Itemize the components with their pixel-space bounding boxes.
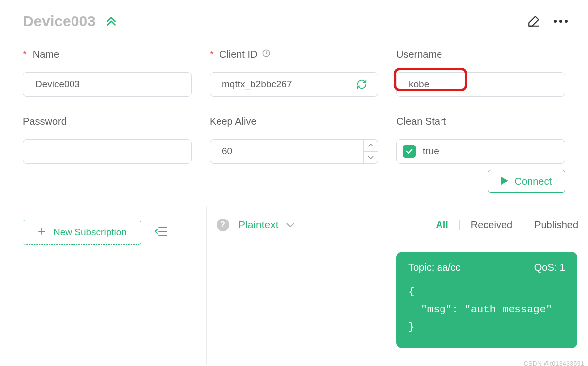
- keep-alive-label: Keep Alive: [210, 116, 378, 127]
- tab-received[interactable]: Received: [471, 220, 512, 231]
- checkbox-icon[interactable]: [403, 145, 416, 158]
- username-input[interactable]: [408, 78, 554, 90]
- clean-start-input-wrap[interactable]: true: [396, 139, 565, 164]
- field-keep-alive: Keep Alive: [210, 116, 378, 164]
- client-id-input[interactable]: [221, 78, 356, 90]
- field-clean-start: Clean Start true: [396, 116, 565, 164]
- collapse-panel-icon[interactable]: [155, 226, 168, 239]
- message-topic: Topic: aa/cc: [408, 262, 461, 273]
- username-label: Username: [396, 49, 565, 60]
- message-bubble: Topic: aa/cc QoS: 1 { "msg": "auth messa…: [396, 252, 577, 348]
- page-title: Device003: [23, 13, 96, 30]
- divider: [523, 220, 523, 230]
- chevron-double-up-icon[interactable]: [105, 15, 118, 28]
- chevron-down-icon: [286, 219, 294, 231]
- regenerate-icon[interactable]: [356, 79, 367, 90]
- tab-all[interactable]: All: [436, 220, 448, 231]
- name-label: *Name: [23, 49, 192, 60]
- clock-icon: [262, 49, 271, 60]
- stepper-up-icon[interactable]: [364, 140, 378, 151]
- clean-start-label: Clean Start: [396, 116, 565, 127]
- plus-icon: [37, 227, 46, 238]
- stepper-down-icon[interactable]: [364, 151, 378, 164]
- watermark: CSDN @t013433591: [524, 360, 584, 366]
- svg-point-2: [565, 20, 568, 23]
- play-icon: [501, 176, 508, 187]
- message-qos: QoS: 1: [534, 262, 565, 273]
- field-client-id: *Client ID: [210, 49, 378, 97]
- connect-button[interactable]: Connect: [488, 170, 566, 193]
- edit-icon[interactable]: [527, 15, 540, 28]
- username-input-wrap[interactable]: [396, 72, 565, 97]
- connect-button-label: Connect: [515, 176, 552, 187]
- field-username: Username: [396, 49, 565, 97]
- svg-marker-4: [501, 177, 508, 185]
- new-subscription-label: New Subscription: [53, 227, 127, 238]
- help-icon[interactable]: ?: [217, 219, 229, 231]
- divider: [459, 220, 460, 230]
- format-dropdown-label: Plaintext: [238, 219, 279, 231]
- keep-alive-input[interactable]: [221, 146, 358, 157]
- more-icon[interactable]: [553, 19, 568, 23]
- name-input-wrap[interactable]: [23, 72, 192, 97]
- svg-point-0: [554, 20, 557, 23]
- message-body: { "msg": "auth message" }: [408, 283, 565, 336]
- svg-point-1: [559, 20, 562, 23]
- clean-start-value: true: [423, 146, 439, 157]
- keep-alive-input-wrap[interactable]: [210, 139, 378, 164]
- password-label: Password: [23, 116, 192, 127]
- name-input[interactable]: [34, 78, 180, 90]
- client-id-label: *Client ID: [210, 49, 378, 60]
- client-id-input-wrap[interactable]: [210, 72, 378, 97]
- password-input[interactable]: [34, 146, 180, 157]
- field-name: *Name: [23, 49, 192, 97]
- tab-published[interactable]: Published: [534, 220, 578, 231]
- format-dropdown[interactable]: Plaintext: [238, 219, 294, 231]
- field-password: Password: [23, 116, 192, 164]
- new-subscription-button[interactable]: New Subscription: [23, 220, 141, 245]
- password-input-wrap[interactable]: [23, 139, 192, 164]
